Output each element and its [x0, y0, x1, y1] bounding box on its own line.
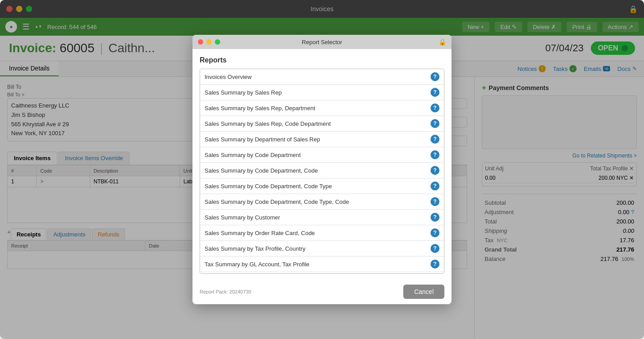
- cancel-button[interactable]: Cancel: [403, 285, 444, 299]
- modal-content: Reports Invoices Overview ? Sales Summar…: [192, 49, 452, 281]
- modal-lock-icon: 🔒: [439, 38, 446, 45]
- report-label: Sales Summary by Sales Rep: [205, 89, 282, 96]
- report-label: Tax Summary by GL Account, Tax Profile: [205, 261, 309, 268]
- report-help-icon[interactable]: ?: [431, 72, 439, 81]
- report-help-icon[interactable]: ?: [431, 135, 439, 144]
- reports-heading: Reports: [200, 56, 444, 64]
- report-help-icon[interactable]: ?: [431, 103, 439, 112]
- report-item[interactable]: Invoice Est Margin by Sales Rep, Custome…: [200, 272, 444, 274]
- main-window: Invoices 🔒 ● ☰ ▲▼ Record: 544 of 546 New…: [0, 0, 644, 339]
- report-label: Sales Summary by Code Department, Code T…: [205, 198, 349, 205]
- modal-footer: Report Pack: 20240730 Cancel: [192, 281, 452, 304]
- report-item[interactable]: Sales Summary by Tax Profile, Country ?: [200, 241, 444, 256]
- report-label: Sales Summary by Code Department, Code: [205, 167, 318, 174]
- modal-title: Report Selector: [302, 39, 342, 45]
- report-label: Sales Summary by Department of Sales Rep: [205, 136, 320, 143]
- report-item[interactable]: Sales Summary by Code Department, Code T…: [200, 194, 444, 210]
- modal-maximize-button[interactable]: [215, 39, 220, 45]
- report-help-icon[interactable]: ?: [431, 166, 439, 175]
- report-item[interactable]: Sales Summary by Sales Rep ?: [200, 85, 444, 100]
- report-help-icon[interactable]: ?: [431, 228, 439, 237]
- report-item[interactable]: Sales Summary by Code Department ?: [200, 147, 444, 163]
- modal-window-controls: [198, 39, 220, 45]
- report-item[interactable]: Sales Summary by Order Rate Card, Code ?: [200, 225, 444, 241]
- report-label: Invoices Overview: [205, 74, 251, 80]
- modal-minimize-button[interactable]: [206, 39, 212, 45]
- report-label: Sales Summary by Code Department: [205, 152, 301, 158]
- report-help-icon[interactable]: ?: [431, 150, 439, 159]
- report-item[interactable]: Sales Summary by Sales Rep, Code Departm…: [200, 116, 444, 132]
- report-help-icon[interactable]: ?: [431, 244, 439, 253]
- report-label: Sales Summary by Customer: [205, 214, 280, 221]
- report-item[interactable]: Invoices Overview ?: [200, 69, 444, 85]
- report-help-icon[interactable]: ?: [431, 88, 439, 97]
- report-help-icon[interactable]: ?: [431, 213, 439, 222]
- report-item[interactable]: Sales Summary by Code Department, Code T…: [200, 178, 444, 194]
- modal-close-button[interactable]: [198, 39, 203, 45]
- report-label: Sales Summary by Sales Rep, Department: [205, 105, 315, 112]
- report-item[interactable]: Sales Summary by Department of Sales Rep…: [200, 132, 444, 147]
- report-help-icon[interactable]: ?: [431, 182, 439, 190]
- report-help-icon[interactable]: ?: [431, 260, 439, 269]
- report-help-icon[interactable]: ?: [431, 119, 439, 128]
- report-label: Sales Summary by Sales Rep, Code Departm…: [205, 120, 331, 127]
- report-item[interactable]: Tax Summary by GL Account, Tax Profile ?: [200, 256, 444, 272]
- report-help-icon[interactable]: ?: [431, 197, 439, 206]
- report-label: Sales Summary by Code Department, Code T…: [205, 183, 332, 190]
- report-item[interactable]: Sales Summary by Customer ?: [200, 210, 444, 225]
- report-item[interactable]: Sales Summary by Sales Rep, Department ?: [200, 100, 444, 116]
- report-label: Sales Summary by Order Rate Card, Code: [205, 230, 315, 236]
- modal-overlay: Report Selector 🔒 Reports Invoices Overv…: [0, 0, 644, 339]
- reports-list: Invoices Overview ? Sales Summary by Sal…: [200, 69, 444, 274]
- report-item[interactable]: Sales Summary by Code Department, Code ?: [200, 163, 444, 178]
- report-selector-modal: Report Selector 🔒 Reports Invoices Overv…: [192, 35, 452, 304]
- report-label: Sales Summary by Tax Profile, Country: [205, 245, 305, 252]
- report-pack-label: Report Pack: 20240730: [200, 289, 251, 294]
- modal-titlebar: Report Selector 🔒: [192, 35, 452, 49]
